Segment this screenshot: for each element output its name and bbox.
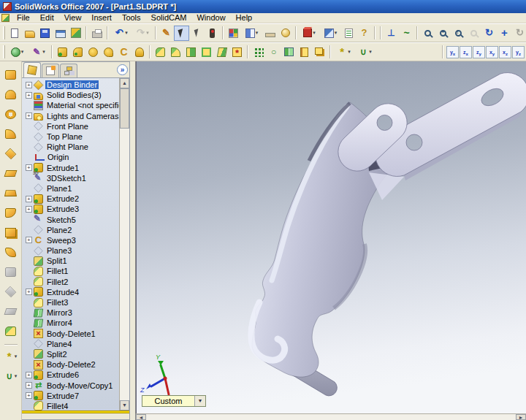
orbit-button[interactable] [512,26,526,41]
swept-surface-button[interactable] [2,105,20,123]
tree-item-plane4[interactable]: Plane4 [22,339,119,349]
horizontal-scrollbar[interactable]: ◄ ► [136,413,526,420]
edit-color-button[interactable] [226,26,241,41]
untrim-surface-button[interactable] [2,283,20,300]
tree-item-extrude7[interactable]: +Extrude7 [22,391,119,401]
tree-item-design-binder[interactable]: +Design Binder [22,80,119,90]
open-button[interactable] [22,26,37,41]
hole-wizard-button[interactable] [229,45,245,60]
tree-item-body-move-copy1[interactable]: +Body-Move/Copy1 [22,380,119,390]
menu-insert[interactable]: Insert [87,13,116,23]
dropdown-arrow-icon[interactable]: ▾ [335,30,338,36]
menu-help[interactable]: Help [232,13,257,23]
tree-item-fillet4[interactable]: Fillet4 [22,401,119,411]
thicken-surface-button[interactable] [2,224,20,241]
tree-item-mirror4[interactable]: Mirror4 [22,318,119,328]
view-yx-button[interactable]: yx [446,46,459,58]
view-xy-button[interactable]: xy [486,46,498,58]
extruded-cut-button[interactable] [70,45,85,60]
redo-button[interactable]: ▾ [132,26,153,41]
surface-fillet-button[interactable] [2,322,20,340]
expand-plus-icon[interactable]: + [26,206,32,213]
fillet-button[interactable] [153,45,168,60]
scroll-down-icon[interactable]: ▼ [120,400,129,411]
dropdown-arrow-icon[interactable]: ▾ [21,49,24,55]
tree-item-fillet3[interactable]: Fillet3 [22,297,119,308]
panel-expand-button[interactable]: » [117,64,128,75]
shell-button[interactable] [199,45,214,60]
tree-item-plane1[interactable]: Plane1 [22,183,119,194]
scrollbar-thumb[interactable] [120,88,129,129]
linear-pattern-button[interactable] [251,45,266,60]
zoom-in-out-button[interactable]: ! [451,26,466,41]
lofted-boss-button[interactable] [132,45,147,60]
scroll-up-icon[interactable]: ▲ [120,78,129,88]
select-button[interactable] [174,26,189,41]
swept-boss-button[interactable] [116,45,132,60]
web-tools-button[interactable]: ▾ [7,45,28,60]
tree-scrollbar[interactable]: ▲ ▼ [119,78,129,411]
print-button[interactable] [89,26,104,41]
lofted-surface-button[interactable] [2,125,20,142]
draft-button[interactable] [214,45,229,60]
tree-item-right-plane[interactable]: Right Plane [22,142,119,152]
save-button[interactable] [37,26,53,41]
tree-item-mirror3[interactable]: Mirror3 [22,308,119,318]
expand-plus-icon[interactable]: + [26,382,32,389]
menu-tools[interactable]: Tools [118,13,145,23]
help-button[interactable] [357,26,372,41]
menu-file[interactable]: File [12,13,34,23]
curve-tool-button[interactable] [399,26,414,41]
planar-surface-button[interactable] [2,184,20,202]
mirror-button[interactable] [281,45,297,60]
chamfer-button[interactable] [168,45,183,60]
expand-plus-icon[interactable]: + [26,289,32,295]
tree-item-split2[interactable]: Split2 [22,349,119,359]
rib-button[interactable] [183,45,199,60]
reference-point-button[interactable]: ▾ [333,45,354,60]
expand-plus-icon[interactable]: + [26,237,32,243]
tree-item-extrude6[interactable]: +Extrude6 [22,370,119,380]
dropdown-arrow-icon[interactable]: ▾ [146,30,149,36]
tree-item-material-not-specified-[interactable]: Material <not specified> [22,100,119,110]
revolved-cut-button[interactable] [101,45,116,60]
new-button[interactable] [7,26,22,41]
tab-featuremanager[interactable] [23,62,41,77]
rotate-view-button[interactable] [481,26,497,41]
tree-item-plane2[interactable]: Plane2 [22,225,119,235]
tree-item-body-delete1[interactable]: Body-Delete1 [22,329,119,339]
dropdown-arrow-icon[interactable]: ▾ [313,30,316,36]
selection-filter-button[interactable] [189,26,205,41]
helix-spiral-button[interactable]: ▾ [354,45,376,60]
boundary-surface-button[interactable] [2,145,20,162]
tree-item-sweep3[interactable]: +Sweep3 [22,235,119,245]
pan-button[interactable] [497,26,512,41]
zoom-to-selection-button[interactable] [466,26,481,41]
reference-point-button[interactable]: ▾ [2,348,20,365]
combo-dropdown-icon[interactable]: ▼ [194,396,205,406]
spline-tool-button[interactable]: ▾ [2,367,20,385]
dropdown-arrow-icon[interactable]: ▾ [42,49,45,55]
sketch-button[interactable] [159,26,174,41]
knit-surface-button[interactable] [2,204,20,221]
menu-view[interactable]: View [60,13,86,23]
view-xz-button[interactable]: xz [499,46,511,58]
tree-item-body-delete2[interactable]: Body-Delete2 [22,359,119,370]
smart-dimension-button[interactable]: ▾ [28,45,49,60]
lights-button[interactable] [205,26,220,41]
tab-propertymanager[interactable] [42,64,59,77]
panel-splitter[interactable] [130,61,136,420]
scroll-left-icon[interactable]: ◄ [136,414,146,420]
revolved-boss-button[interactable] [85,45,101,60]
dropdown-arrow-icon[interactable]: ▾ [15,354,18,359]
ruled-surface-button[interactable] [2,302,20,320]
expand-plus-icon[interactable]: + [26,392,32,399]
tree-item-3dsketch1[interactable]: 3DSketch1 [22,173,119,183]
tree-item-fillet1[interactable]: Fillet1 [22,266,119,276]
circular-pattern-button[interactable] [266,45,281,60]
tree-item-solid-bodies-3-[interactable]: +Solid Bodies(3) [22,90,119,100]
tree-item-front-plane[interactable]: Front Plane [22,121,119,131]
view-zy-button[interactable]: zy [473,46,485,58]
offset-surface-button[interactable] [2,164,20,182]
extruded-surface-button[interactable] [2,66,20,83]
